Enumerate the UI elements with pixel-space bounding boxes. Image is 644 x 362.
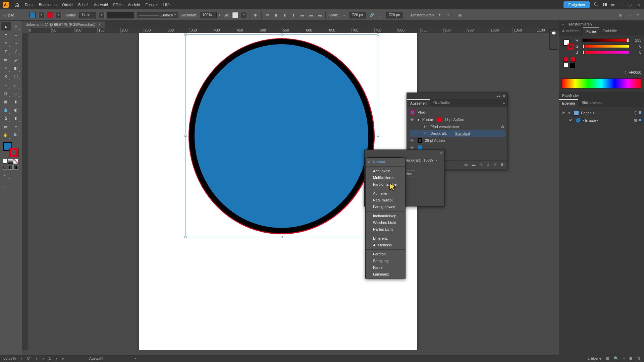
close-panel-icon[interactable]: ✕: [502, 94, 505, 98]
b-slider[interactable]: [582, 51, 629, 54]
fill-dropdown[interactable]: ▾: [38, 12, 44, 18]
align-middle-icon[interactable]: ▬: [308, 12, 314, 18]
opacity-value[interactable]: 100%: [424, 158, 433, 162]
eraser-tool[interactable]: ◧: [11, 64, 21, 72]
paintbrush-tool[interactable]: 🖌: [11, 56, 21, 64]
menu-effekt[interactable]: Effekt: [113, 3, 122, 7]
menu-objekt[interactable]: Objekt: [62, 3, 73, 7]
transform-panel-header[interactable]: Transformieren: [559, 21, 644, 27]
document-tab[interactable]: Unbenannt-1* @ 66,67 % (RGB/Vorschau) ✕: [22, 21, 105, 28]
eyedropper-tool[interactable]: 💧: [1, 106, 11, 114]
blend-aufhellen[interactable]: Aufhellen: [366, 190, 405, 197]
free-transform-tool[interactable]: ⬚: [11, 81, 21, 89]
canvas[interactable]: [28, 33, 555, 350]
search-icon[interactable]: [594, 2, 598, 7]
menu-hilfe[interactable]: Hilfe: [163, 3, 171, 7]
blend-abdunkeln[interactable]: Abdunkeln: [366, 168, 405, 174]
fill-swatch[interactable]: [30, 12, 36, 18]
zoom-level[interactable]: 66,67%: [3, 356, 16, 360]
r-value[interactable]: 255: [631, 38, 641, 42]
blend-multiplizieren[interactable]: Multiplizieren: [366, 174, 405, 181]
add-fill-icon[interactable]: ▬: [472, 163, 475, 167]
blend-farbig-abwed[interactable]: Farbig abwed.: [366, 203, 405, 210]
clear-icon[interactable]: ⊘: [486, 163, 489, 167]
delete-layer-icon[interactable]: 🗑: [637, 356, 641, 361]
screen-mode-icon[interactable]: ▭: [1, 171, 11, 179]
menu-auswahl[interactable]: Auswahl: [94, 3, 108, 7]
artboard-nav[interactable]: 1: [49, 356, 51, 360]
width-input[interactable]: 720 px: [350, 12, 366, 18]
layer-row-ellipse[interactable]: 👁 <Ellipse>: [561, 117, 641, 124]
menu-schrift[interactable]: Schrift: [78, 3, 89, 7]
popout-menu-icon[interactable]: ≡: [440, 150, 442, 155]
home-icon[interactable]: [14, 2, 19, 7]
layer-name[interactable]: Ebene 1: [581, 111, 595, 115]
object-name[interactable]: <Ellipse>: [583, 118, 598, 122]
menu-ansicht[interactable]: Ansicht: [128, 3, 140, 7]
blend-differenz[interactable]: Differenz: [366, 235, 405, 242]
minimize-button[interactable]: —: [619, 3, 624, 7]
snap-icon[interactable]: ⊞: [626, 12, 632, 18]
black-swatch[interactable]: [570, 63, 575, 68]
blend-neg-multipl[interactable]: Neg. multipl.: [366, 197, 405, 203]
white-swatch[interactable]: [564, 63, 568, 68]
layer-row-1[interactable]: 👁 ▾ Ebene 1: [561, 109, 641, 117]
collapsed-panel-dock[interactable]: 💬: [549, 29, 558, 50]
workspace-switcher-icon[interactable]: ▭: [611, 3, 614, 7]
tab-ausrichten[interactable]: Ausrichten: [559, 27, 583, 36]
stroke-dropdown[interactable]: ▾: [56, 12, 62, 18]
warn-swatch[interactable]: [564, 57, 568, 62]
search-layers-icon[interactable]: 🔍: [614, 356, 619, 361]
blend-normal[interactable]: Normal: [366, 159, 405, 165]
close-button[interactable]: ✕: [636, 3, 641, 7]
collapse-icon[interactable]: ◂◂: [496, 94, 500, 98]
delete-icon[interactable]: 🗑: [500, 163, 504, 167]
var-width-profile[interactable]: [107, 12, 134, 18]
tab-aussehen[interactable]: Aussehen: [407, 99, 430, 107]
selection-bounding-box[interactable]: [185, 34, 378, 237]
expand-icon[interactable]: ▾: [418, 118, 420, 122]
appearance-kontur2[interactable]: 👁 28 pt Außen: [410, 137, 505, 144]
pen-tool[interactable]: ✒: [1, 39, 11, 47]
style-swatch[interactable]: [232, 12, 238, 18]
lasso-tool[interactable]: ⊂: [11, 31, 21, 39]
fill-stroke-indicator[interactable]: [3, 142, 17, 156]
align-right-icon[interactable]: ▮: [290, 12, 297, 18]
visibility-icon[interactable]: 👁: [423, 125, 428, 129]
align-to-icon[interactable]: ▭: [264, 12, 270, 18]
edit-toolbar-icon[interactable]: ⋯: [1, 183, 11, 192]
scale-tool[interactable]: ⛶: [11, 72, 21, 81]
blend-hartes-licht[interactable]: Hartes Licht: [366, 226, 405, 233]
grid-icon[interactable]: ▦: [617, 12, 623, 18]
none-mode-icon[interactable]: [13, 159, 18, 164]
blend-saettigung[interactable]: Sättigung: [366, 257, 405, 264]
height-input[interactable]: 720 px: [386, 12, 403, 18]
visibility-icon[interactable]: 👁: [561, 111, 566, 115]
tab-bibliotheken[interactable]: Bibliotheken: [578, 99, 605, 107]
align-top-icon[interactable]: ▬: [299, 12, 305, 18]
color-mode-icon[interactable]: [3, 159, 7, 164]
stroke-weight-input[interactable]: 14 pt: [79, 12, 96, 18]
close-tab-icon[interactable]: ✕: [98, 22, 101, 27]
column-graph-tool[interactable]: ▮: [11, 114, 21, 123]
comment-panel-icon[interactable]: 💬: [551, 31, 556, 36]
gradient-tool[interactable]: ▮: [11, 98, 21, 106]
selection-tool[interactable]: ▲: [1, 22, 11, 31]
add-stroke-icon[interactable]: ▭: [464, 163, 468, 167]
menu-fenster[interactable]: Fenster: [145, 3, 158, 7]
direct-selection-tool[interactable]: △: [11, 22, 21, 31]
visibility-icon[interactable]: 👁: [410, 138, 415, 142]
new-layer-icon[interactable]: ⊞: [629, 356, 632, 361]
tab-farbhilfe[interactable]: Farbhilfe: [599, 27, 621, 36]
blend-farbe[interactable]: Farbe: [366, 264, 405, 271]
draw-behind-icon[interactable]: ◧: [8, 165, 13, 170]
blend-farbton[interactable]: Farbton: [366, 251, 405, 257]
menu-bearbeiten[interactable]: Bearbeiten: [39, 3, 57, 7]
hand-tool[interactable]: ✋: [1, 131, 11, 139]
target-icon[interactable]: [634, 119, 637, 122]
curvature-tool[interactable]: 〰: [11, 39, 21, 47]
style-dropdown[interactable]: ▾: [241, 12, 247, 18]
blend-farbig-nachbel[interactable]: Farbig nachbel.: [366, 181, 405, 188]
blend-weiches-licht[interactable]: Weiches Licht: [366, 219, 405, 226]
shaper-tool[interactable]: ✎: [1, 64, 11, 72]
